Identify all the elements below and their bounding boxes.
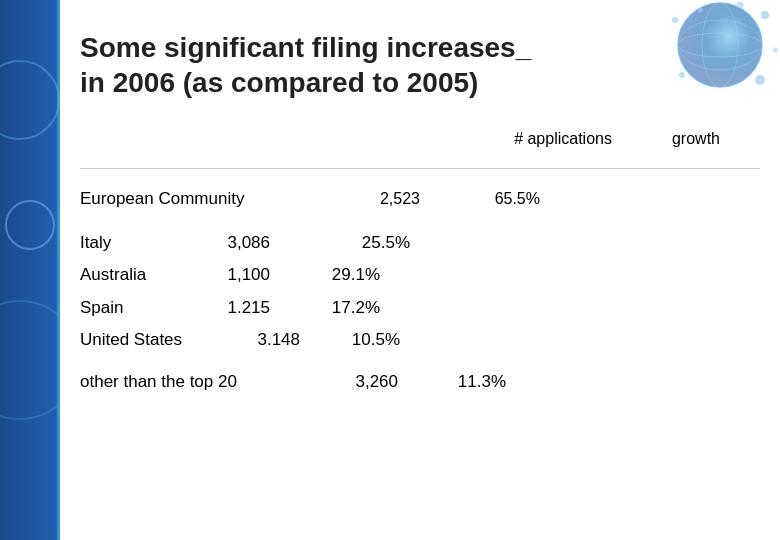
growth-header: growth xyxy=(672,130,720,148)
country-apps-0: 3,086 xyxy=(200,227,270,259)
main-content: Some significant filing increases_ in 20… xyxy=(80,30,760,392)
slide-title: Some significant filing increases_ in 20… xyxy=(80,30,760,100)
bar-circle-2 xyxy=(0,300,60,420)
table-row: Italy 3,086 25.5% xyxy=(80,227,760,259)
country-growth-1: 29.1% xyxy=(300,259,380,291)
svg-point-10 xyxy=(737,2,744,9)
country-name-2: Spain xyxy=(80,292,200,324)
table-row: United States 3.148 10.5% xyxy=(80,324,760,356)
country-name-0: Italy xyxy=(80,227,200,259)
bar-circle-1 xyxy=(0,60,60,140)
countries-block: Italy 3,086 25.5% Australia 1,100 29.1% … xyxy=(80,227,760,356)
ec-applications: 2,523 xyxy=(340,190,420,208)
country-growth-0: 25.5% xyxy=(330,227,410,259)
svg-point-11 xyxy=(773,48,778,53)
other-growth: 11.3% xyxy=(426,372,506,392)
svg-point-6 xyxy=(761,11,769,19)
other-label: other than the top 20 xyxy=(80,372,320,392)
table-row: Australia 1,100 29.1% xyxy=(80,259,760,291)
country-apps-1: 1,100 xyxy=(200,259,270,291)
column-headers: # applications growth xyxy=(80,130,760,148)
header-divider xyxy=(80,168,760,169)
bar-circle-3 xyxy=(5,200,55,250)
svg-point-9 xyxy=(698,8,703,13)
country-apps-2: 1.215 xyxy=(200,292,270,324)
left-bar-accent xyxy=(0,0,60,540)
other-row: other than the top 20 3,260 11.3% xyxy=(80,372,760,392)
table-row: Spain 1.215 17.2% xyxy=(80,292,760,324)
country-growth-2: 17.2% xyxy=(300,292,380,324)
svg-point-5 xyxy=(672,17,678,23)
ec-name: European Community xyxy=(80,189,340,209)
country-name-3: United States xyxy=(80,324,230,356)
title-line2: in 2006 (as compared to 2005) xyxy=(80,67,478,98)
country-growth-3: 10.5% xyxy=(320,324,400,356)
left-bar-decoration xyxy=(0,0,60,540)
country-apps-3: 3.148 xyxy=(230,324,300,356)
european-community-row: European Community 2,523 65.5% xyxy=(80,189,760,209)
ec-growth: 65.5% xyxy=(460,190,540,208)
country-name-1: Australia xyxy=(80,259,200,291)
other-applications: 3,260 xyxy=(328,372,398,392)
applications-header: # applications xyxy=(514,130,612,148)
title-line1: Some significant filing increases xyxy=(80,32,516,63)
